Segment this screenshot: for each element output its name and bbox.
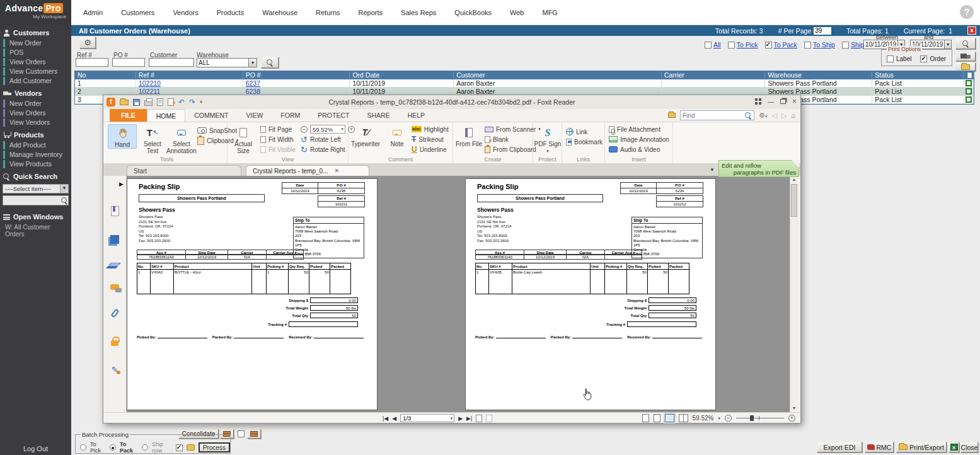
zoom-out-icon[interactable]: −: [301, 126, 308, 133]
print-button[interactable]: [955, 62, 976, 71]
nav-item[interactable]: Customers: [121, 9, 154, 16]
from-scanner-button[interactable]: From Scanner▾: [485, 125, 541, 134]
last-page-icon[interactable]: ▶|: [466, 415, 472, 422]
sidebar-item[interactable]: Add Customer: [0, 76, 71, 86]
create-pdf-icon[interactable]: [168, 98, 174, 106]
security-panel-icon[interactable]: [111, 340, 118, 346]
restore-icon[interactable]: [780, 99, 786, 104]
previous-page-icon[interactable]: ◀: [392, 415, 396, 422]
search-icon[interactable]: [61, 197, 68, 204]
search-icon[interactable]: [745, 112, 752, 119]
select-all-checkbox[interactable]: [967, 72, 972, 78]
per-page-input[interactable]: [814, 27, 831, 35]
actual-size-button[interactable]: Actual Size: [229, 124, 258, 154]
foxit-logo-icon[interactable]: f: [107, 98, 115, 107]
row-checkbox[interactable]: [966, 96, 972, 103]
nav-item[interactable]: MFG: [542, 9, 557, 16]
find-input[interactable]: [683, 112, 745, 119]
sidebar-item[interactable]: Manage Inventory: [0, 150, 71, 159]
tab-home[interactable]: HOME: [147, 109, 186, 122]
sidebar-item[interactable]: Add Product: [0, 141, 71, 150]
rotate-right-button[interactable]: ↻Rotate Right: [301, 145, 355, 154]
shipped-checkbox[interactable]: [842, 42, 849, 49]
nav-item[interactable]: Returns: [316, 9, 340, 16]
pdf-sign-button[interactable]: S PDF Sign ▾: [533, 124, 562, 154]
close-tab-icon[interactable]: ✕: [334, 168, 339, 174]
export-edi-button[interactable]: Export EDI: [817, 442, 862, 452]
underline-button[interactable]: UUnderline: [412, 145, 449, 154]
zoom-level-select[interactable]: 59.52%▾: [310, 125, 345, 134]
to-pack-checkbox[interactable]: [765, 42, 772, 49]
customize-qat-icon[interactable]: ▾: [200, 100, 202, 105]
quick-search-input[interactable]: [3, 197, 61, 204]
save-icon[interactable]: [133, 99, 140, 106]
search-orders-button[interactable]: [955, 38, 976, 49]
to-pick-checkbox[interactable]: [728, 42, 735, 49]
tab-document[interactable]: Crystal Reports - temp_0...✕: [246, 165, 369, 176]
sidebar-item[interactable]: View Products: [0, 159, 71, 169]
scroll-down-icon[interactable]: ▼: [790, 405, 798, 412]
nav-item[interactable]: Sales Reps: [401, 9, 436, 16]
close-icon[interactable]: x: [967, 26, 976, 35]
redo-icon[interactable]: ↷: [189, 98, 195, 106]
all-checkbox[interactable]: [705, 42, 712, 49]
note-button[interactable]: Note: [383, 124, 412, 147]
audio-video-button[interactable]: Audio & Video: [609, 145, 669, 154]
po-link[interactable]: 6237: [246, 79, 260, 87]
help-icon[interactable]: ?: [960, 5, 974, 19]
continuous-icon[interactable]: [654, 414, 660, 422]
label-checkbox[interactable]: [887, 55, 894, 62]
scrollbar-thumb[interactable]: [791, 184, 797, 217]
page-number-input[interactable]: [401, 415, 449, 422]
link-button[interactable]: Link: [566, 127, 602, 136]
close-button[interactable]: Close: [960, 442, 978, 452]
settings-button[interactable]: ⚙: [79, 37, 96, 49]
layers-panel-icon[interactable]: [108, 263, 120, 265]
print-preview-icon[interactable]: [157, 98, 163, 106]
bookmark-button[interactable]: Bookmark: [566, 137, 602, 146]
ref-input[interactable]: [76, 58, 108, 67]
blank-button[interactable]: Blank: [485, 135, 541, 144]
print-icon[interactable]: [144, 100, 153, 106]
minimize-icon[interactable]: —: [768, 98, 774, 105]
find-previous-icon[interactable]: ◁: [771, 112, 776, 120]
nav-item[interactable]: QuickBooks: [454, 9, 492, 16]
file-attachment-button[interactable]: File Attachment: [609, 125, 669, 134]
to-ship-checkbox[interactable]: [804, 42, 811, 49]
quick-search-select[interactable]: ----Select Item----▼: [3, 184, 69, 193]
previous-view-icon[interactable]: [476, 415, 482, 422]
print-checkbox[interactable]: [176, 444, 183, 451]
to-pack-radio[interactable]: [110, 444, 116, 451]
customer-input[interactable]: [149, 58, 194, 67]
find-next-icon[interactable]: ▷: [781, 112, 787, 120]
typewriter-button[interactable]: T∕ Typewriter: [351, 124, 380, 147]
tab-start[interactable]: Start: [127, 165, 241, 176]
sidebar-item[interactable]: New Order: [0, 38, 71, 48]
print-export-button[interactable]: Print/Export: [896, 442, 947, 452]
sidebar-item[interactable]: POS: [0, 48, 71, 57]
single-page-icon[interactable]: [642, 414, 649, 422]
order-checkbox[interactable]: [920, 55, 927, 62]
collapse-panel-icon[interactable]: ▶: [119, 181, 124, 187]
tab-view[interactable]: VIEW: [238, 109, 272, 122]
zoom-slider-thumb[interactable]: [750, 415, 754, 421]
ref-link[interactable]: 102210: [139, 79, 161, 87]
chevron-down-icon[interactable]: ▼: [944, 40, 951, 49]
search-button[interactable]: [261, 57, 279, 68]
table-row[interactable]: 1 102210 6237 10/11/2019 Aaron Baxter Sh…: [75, 79, 974, 88]
from-clipboard-button[interactable]: From Clipboard: [485, 145, 541, 154]
chevron-down-icon[interactable]: ▼: [710, 167, 715, 173]
nav-item[interactable]: Web: [510, 9, 524, 16]
sidebar-item[interactable]: View Orders: [0, 57, 71, 67]
open-icon[interactable]: [120, 100, 129, 105]
fit-width-button[interactable]: Fit Width: [260, 135, 296, 144]
foxit-titlebar[interactable]: f ↶ ↷ ▾ Crystal Reports - temp_0c782f38-…: [103, 95, 800, 109]
zoom-in-icon[interactable]: +: [788, 415, 795, 422]
select-text-button[interactable]: T↖ Select Text: [138, 124, 167, 154]
sidebar-item[interactable]: New Order: [0, 99, 71, 108]
ship-button[interactable]: [955, 52, 976, 61]
export-excel-button[interactable]: X: [948, 442, 959, 452]
tab-help[interactable]: HELP: [399, 109, 434, 122]
sidebar-item[interactable]: View Customers: [0, 67, 71, 76]
home-view-icon[interactable]: ⌂: [791, 112, 795, 119]
